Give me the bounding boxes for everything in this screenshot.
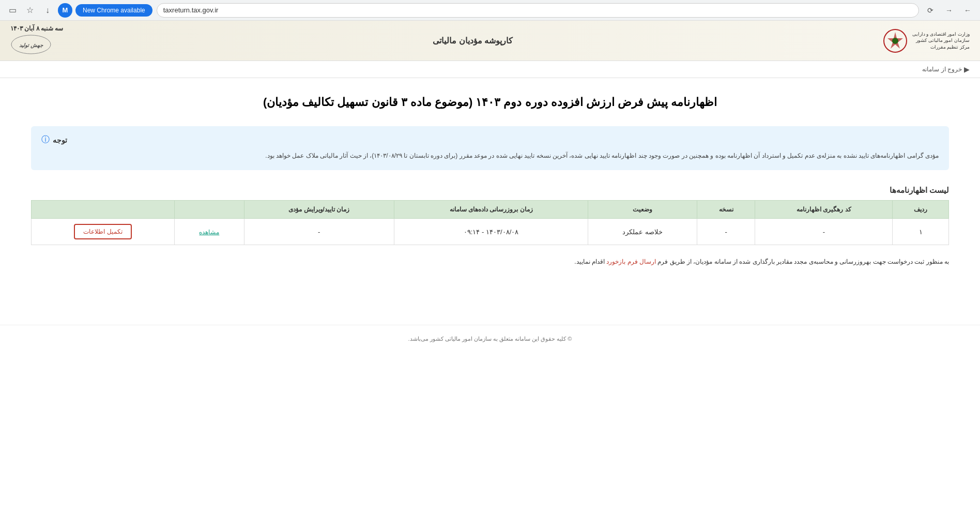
col-version: نسخه	[697, 201, 755, 219]
browser-chrome: ← → ⟳ taxreturn.tax.gov.ir ▭ ☆ ↓ M New C…	[0, 0, 980, 21]
bookmark-button[interactable]: ☆	[23, 3, 37, 18]
notice-text: مؤدی گرامی اظهارنامه‌های تایید نشده به م…	[41, 149, 939, 162]
new-chrome-button[interactable]: New Chrome available	[75, 4, 152, 17]
info-icon: ⓘ	[41, 134, 50, 145]
col-action-1	[175, 201, 244, 219]
org-text: وزارت امور اقتصادی و دارایی سازمان امور …	[912, 31, 970, 51]
col-taxpayer-time: زمان تایید/ویرایش مؤدی	[244, 201, 394, 219]
svg-point-1	[892, 38, 898, 44]
reload-button[interactable]: ⟳	[923, 3, 938, 18]
header-left: وزارت امور اقتصادی و دارایی سازمان امور …	[882, 28, 970, 54]
feedback-link[interactable]: ارسال فرم بازخورد	[606, 258, 656, 265]
org-line-2: سازمان امور مالیاتی کشور	[912, 37, 970, 44]
footer-text: © کلیه حقوق این سامانه متعلق به سازمان ا…	[408, 336, 572, 342]
notice-box: توجه ⓘ مؤدی گرامی اظهارنامه‌های تایید نش…	[31, 126, 949, 170]
nav-bar: ▶ خروج از سامانه	[0, 61, 980, 78]
browser-actions: ▭ ☆ ↓ M New Chrome available	[5, 3, 152, 18]
table-row: ۱ - - خلاصه عملکرد ۱۴۰۳/۰۸/۰۸ - ۰۹:۱۴ - …	[32, 219, 949, 245]
forward-button[interactable]: →	[942, 3, 956, 18]
declarations-table: ردیف کد رهگیری اظهارنامه نسخه وضعیت زمان…	[31, 200, 949, 245]
header-right: سه شنبه ۸ آبان ۱۴۰۳ جهش تولید	[10, 25, 63, 56]
address-bar[interactable]: taxreturn.tax.gov.ir	[157, 3, 919, 18]
exit-label: خروج از سامانه	[922, 66, 962, 73]
header-center: کارپوشه مؤدیان مالیاتی	[433, 36, 513, 46]
site-logo: جهش تولید	[10, 33, 52, 56]
notice-header: توجه ⓘ	[41, 134, 939, 145]
col-system-time: زمان بروزرسانی داده‌های سامانه	[394, 201, 588, 219]
exit-icon: ▶	[964, 65, 970, 73]
cell-view: مشاهده	[175, 219, 244, 245]
table-header-row: ردیف کد رهگیری اظهارنامه نسخه وضعیت زمان…	[32, 201, 949, 219]
page-title: اظهارنامه پیش فرض ارزش افزوده دوره دوم ۱…	[31, 94, 949, 111]
back-button[interactable]: ←	[960, 3, 975, 18]
site-header: وزارت امور اقتصادی و دارایی سازمان امور …	[0, 21, 980, 61]
col-status: وضعیت	[588, 201, 697, 219]
bottom-note: به منظور ثبت درخواست جهت بهروزرسانی و مح…	[31, 255, 949, 268]
cell-complete: تکمیل اطلاعات	[32, 219, 175, 245]
svg-text:جهش تولید: جهش تولید	[19, 42, 43, 49]
col-tracking-code: کد رهگیری اظهارنامه	[755, 201, 893, 219]
portal-title: کارپوشه مؤدیان مالیاتی	[433, 36, 513, 45]
cell-system-time: ۱۴۰۳/۰۸/۰۸ - ۰۹:۱۴	[394, 219, 588, 245]
view-button[interactable]: مشاهده	[199, 229, 219, 236]
complete-button[interactable]: تکمیل اطلاعات	[74, 224, 131, 239]
main-content: اظهارنامه پیش فرض ارزش افزوده دوره دوم ۱…	[0, 78, 980, 283]
download-button[interactable]: ↓	[40, 3, 55, 18]
cell-status: خلاصه عملکرد	[588, 219, 697, 245]
cell-version: -	[697, 219, 755, 245]
org-logo-icon	[882, 28, 908, 54]
site-footer: © کلیه حقوق این سامانه متعلق به سازمان ا…	[0, 325, 980, 353]
exit-link[interactable]: ▶ خروج از سامانه	[922, 65, 970, 73]
org-line-3: مرکز تنظیم مقررات	[912, 44, 970, 51]
cell-row-num: ۱	[893, 219, 949, 245]
table-section-title: لیست اظهارنامه‌ها	[31, 186, 949, 195]
cast-button[interactable]: ▭	[5, 3, 20, 18]
notice-title: توجه	[53, 136, 67, 144]
col-action-2	[32, 201, 175, 219]
address-text: taxreturn.tax.gov.ir	[163, 6, 912, 14]
profile-button[interactable]: M	[58, 3, 72, 18]
org-line-1: وزارت امور اقتصادی و دارایی	[912, 31, 970, 38]
cell-tracking-code: -	[755, 219, 893, 245]
header-date: سه شنبه ۸ آبان ۱۴۰۳	[10, 25, 63, 32]
cell-taxpayer-time: -	[244, 219, 394, 245]
col-row-num: ردیف	[893, 201, 949, 219]
